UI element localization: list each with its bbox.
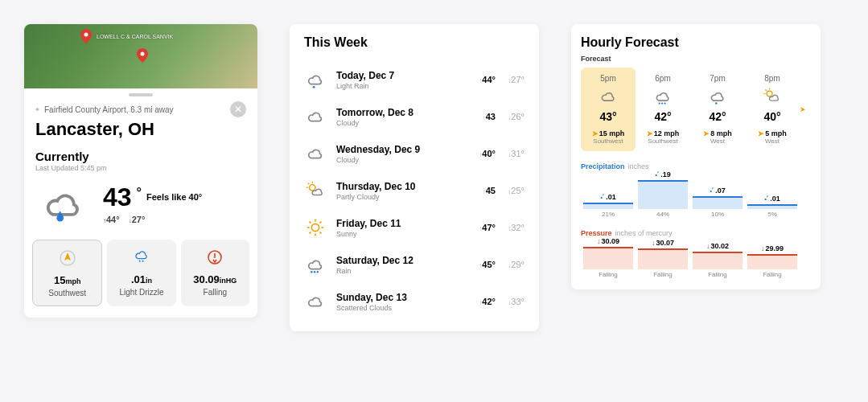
precip-chart: •՛.01 •՛.19 •՛.07 •՛.01 bbox=[581, 174, 811, 209]
hour-time: 7pm bbox=[692, 74, 743, 83]
current-weather-icon bbox=[35, 180, 92, 228]
hour-column[interactable]: 6pm 42° ➤12 mph Southwest bbox=[636, 68, 690, 151]
precip-pct: 5% bbox=[745, 211, 800, 218]
precip-pct: 44% bbox=[636, 211, 690, 218]
day-row[interactable]: Thursday, Dec 10 Partly Cloudy ↑45 ↓25° bbox=[304, 172, 525, 209]
pressure-icon bbox=[184, 248, 246, 267]
station-text: Fairfield County Airport, 6.3 mi away bbox=[44, 105, 225, 114]
precip-bar: •՛.01 bbox=[581, 174, 636, 209]
day-row[interactable]: Sunday, Dec 13 Scattered Clouds ↑42° ↓33… bbox=[304, 283, 525, 320]
pressure-trend: Falling bbox=[745, 271, 800, 278]
degree-symbol: ° bbox=[137, 186, 142, 200]
hour-temp: 42° bbox=[692, 110, 743, 123]
map-preview[interactable]: LOWELL C & CAROL SANVIK bbox=[24, 24, 257, 88]
currently-heading: Currently bbox=[24, 150, 257, 163]
week-heading: This Week bbox=[304, 35, 525, 50]
precip-bar: •՛.07 bbox=[690, 174, 745, 209]
week-panel: This Week Today, Dec 7 Light Rain ↑44° ↓… bbox=[290, 24, 539, 331]
day-name: Today, Dec 7 bbox=[336, 70, 467, 81]
hour-column[interactable]: 8pm 40° ➤5 mph West bbox=[745, 68, 800, 151]
day-condition: Partly Cloudy bbox=[336, 193, 467, 201]
day-name: Thursday, Dec 10 bbox=[336, 181, 467, 192]
day-condition: Scattered Clouds bbox=[336, 304, 467, 312]
partly-icon bbox=[747, 86, 798, 107]
day-condition: Sunny bbox=[336, 230, 467, 238]
precip-bar: •՛.01 bbox=[745, 174, 800, 209]
day-high: ↑40° bbox=[467, 149, 496, 158]
day-row[interactable]: Today, Dec 7 Light Rain ↑44° ↓27° bbox=[304, 61, 525, 98]
stat-wind[interactable]: 15mph Southwest bbox=[32, 240, 102, 306]
pressure-bar: ↓30.02 bbox=[690, 240, 745, 269]
partly-icon bbox=[304, 180, 327, 201]
day-high: ↑45 bbox=[467, 186, 496, 195]
day-high: ↑42° bbox=[467, 297, 496, 306]
hourly-columns[interactable]: 5pm 43° ➤15 mph Southwest 6pm 42° ➤12 mp… bbox=[581, 68, 811, 151]
feels-like: Feels like 40° bbox=[146, 192, 202, 202]
svg-point-19 bbox=[139, 260, 141, 262]
pressure-trend-row: FallingFallingFallingFalling bbox=[581, 271, 811, 278]
day-low: ↓29° bbox=[496, 260, 525, 269]
cloudy-icon bbox=[304, 143, 327, 164]
hour-wind: ➤5 mph bbox=[747, 129, 798, 137]
day-row[interactable]: Wednesday, Dec 9 Cloudy ↑40° ↓31° bbox=[304, 135, 525, 172]
sunny-icon bbox=[304, 217, 327, 238]
stat-pressure[interactable]: 30.09inHG Falling bbox=[181, 240, 249, 306]
day-row[interactable]: Saturday, Dec 12 Rain ↑45° ↓29° bbox=[304, 246, 525, 283]
day-name: Sunday, Dec 13 bbox=[336, 292, 467, 303]
pressure-trend: Falling bbox=[581, 271, 636, 278]
rain-light-icon bbox=[304, 69, 327, 90]
pressure-label: Pressureinches of mercury bbox=[581, 229, 811, 237]
hour-wind-dir: West bbox=[692, 137, 743, 145]
hi-lo-text: ↑44° ↓27° bbox=[103, 215, 202, 224]
precip-pct-row: 21%44%10%5% bbox=[581, 211, 811, 218]
day-row[interactable]: Tomorrow, Dec 8 Cloudy ↑43 ↓26° bbox=[304, 98, 525, 135]
hour-wind: ➤8 mph bbox=[692, 129, 743, 137]
hour-column[interactable]: 5pm 43° ➤15 mph Southwest bbox=[581, 68, 636, 151]
precip-pct: 21% bbox=[581, 211, 636, 218]
hour-temp: 43° bbox=[582, 110, 634, 123]
day-high: ↑44° bbox=[467, 75, 496, 84]
pressure-chart: ↓30.09 ↓30.07 ↓30.02 ↓29.99 bbox=[581, 240, 811, 269]
cloudy-icon bbox=[304, 291, 327, 312]
hour-time: 8pm bbox=[747, 74, 798, 83]
hour-wind: ➤15 mph bbox=[582, 129, 634, 137]
more-arrow-icon[interactable]: ➤ bbox=[800, 68, 811, 151]
cloudy-icon bbox=[582, 86, 634, 107]
hour-temp: 40° bbox=[747, 110, 798, 123]
hour-temp: 42° bbox=[637, 110, 689, 123]
day-name: Wednesday, Dec 9 bbox=[336, 144, 467, 155]
day-condition: Cloudy bbox=[336, 156, 467, 164]
location-pin-icon: ⌖ bbox=[35, 105, 39, 114]
week-list: Today, Dec 7 Light Rain ↑44° ↓27° Tomorr… bbox=[304, 61, 525, 320]
precip-label: Precipitationinches bbox=[581, 162, 811, 170]
pressure-bar: ↓29.99 bbox=[745, 240, 800, 269]
last-updated: Last Updated 5:45 pm bbox=[24, 163, 257, 180]
day-high: ↑45° bbox=[467, 260, 496, 269]
precip-pct: 10% bbox=[690, 211, 745, 218]
rain-icon bbox=[637, 86, 689, 107]
close-button[interactable]: ✕ bbox=[230, 101, 246, 117]
day-condition: Light Rain bbox=[336, 82, 467, 90]
hour-column[interactable]: 7pm 42° ➤8 mph West bbox=[690, 68, 745, 151]
day-low: ↓26° bbox=[496, 112, 525, 121]
svg-point-20 bbox=[142, 260, 144, 262]
map-pin-icon[interactable] bbox=[137, 48, 148, 63]
day-row[interactable]: Friday, Dec 11 Sunny ↑47° ↓32° bbox=[304, 209, 525, 246]
hour-wind-dir: West bbox=[747, 137, 798, 145]
day-name: Tomorrow, Dec 8 bbox=[336, 107, 467, 118]
day-condition: Rain bbox=[336, 267, 467, 275]
pressure-trend: Falling bbox=[690, 271, 745, 278]
hourly-heading: Hourly Forecast bbox=[581, 35, 811, 50]
stat-precip[interactable]: .01in Light Drizzle bbox=[107, 240, 175, 306]
day-low: ↓33° bbox=[496, 297, 525, 306]
hour-wind: ➤12 mph bbox=[637, 129, 689, 137]
hour-time: 6pm bbox=[637, 74, 689, 83]
forecast-label: Forecast bbox=[581, 55, 811, 63]
cloudy-icon bbox=[304, 106, 327, 127]
rain-cloud-icon bbox=[110, 248, 172, 267]
rain-icon bbox=[304, 254, 327, 275]
hour-wind-dir: Southwest bbox=[637, 137, 689, 145]
map-poi-label: LOWELL C & CAROL SANVIK bbox=[97, 34, 173, 40]
day-low: ↓31° bbox=[496, 149, 525, 158]
map-pin-icon[interactable] bbox=[80, 29, 92, 43]
